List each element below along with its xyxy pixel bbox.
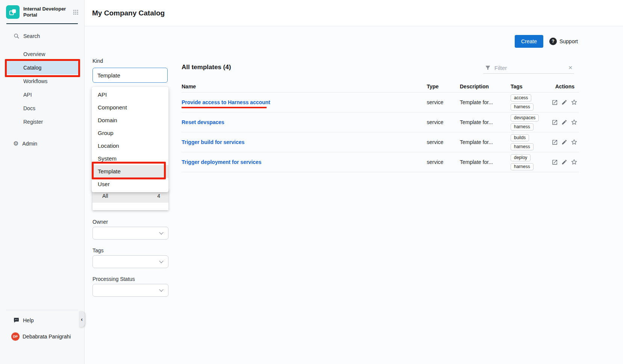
sidebar-search[interactable]: Search: [6, 30, 78, 42]
star-icon[interactable]: [571, 159, 578, 165]
kind-dropdown-menu: APIComponentDomainGroupLocationSystemTem…: [92, 87, 168, 192]
template-name-link[interactable]: Trigger build for services: [182, 139, 244, 145]
table-title: All templates (4): [182, 64, 231, 71]
tags-filter-label: Tags: [92, 247, 104, 253]
edit-icon[interactable]: [561, 139, 567, 145]
tags-select[interactable]: [92, 255, 168, 268]
brand: Internal Developer Portal: [0, 0, 84, 23]
template-name-link[interactable]: Provide access to Harness account: [182, 99, 270, 105]
star-icon[interactable]: [571, 99, 578, 106]
chevron-down-icon: [159, 287, 163, 291]
table-row: Provide access to Harness account servic…: [182, 93, 579, 112]
template-name-link[interactable]: Trigger deployment for services: [182, 159, 261, 165]
kind-filter-label: Kind: [92, 58, 103, 64]
kind-select-value: Template: [97, 72, 120, 79]
kind-option-location[interactable]: Location: [92, 140, 168, 152]
kind-count-label: All: [102, 193, 108, 199]
kind-option-template[interactable]: Template: [92, 165, 168, 178]
page-header: My Company Catalog: [85, 0, 623, 26]
kind-count-card: All 4: [92, 189, 168, 210]
tags-cell: deployharness: [511, 154, 552, 170]
idp-logo-icon: [6, 5, 20, 19]
kind-option-domain[interactable]: Domain: [92, 114, 168, 127]
open-in-new-icon[interactable]: [552, 159, 558, 165]
open-in-new-icon[interactable]: [552, 139, 558, 146]
description-cell: Template for...: [460, 99, 511, 105]
star-icon[interactable]: [571, 139, 578, 146]
sidebar-item-admin[interactable]: ⚙ Admin: [6, 138, 78, 150]
sidebar-collapse-handle[interactable]: ‹: [79, 311, 85, 327]
kind-option-group[interactable]: Group: [92, 127, 168, 140]
main-content: Create ? Support Kind Template All 4 API…: [85, 26, 623, 364]
edit-icon[interactable]: [561, 119, 567, 125]
table-row: Trigger build for services service Templ…: [182, 132, 579, 152]
edit-icon[interactable]: [561, 159, 567, 165]
sidebar: Internal Developer Portal Search Overvie…: [0, 0, 85, 364]
description-cell: Template for...: [460, 139, 511, 145]
name-cell: Trigger deployment for services: [182, 159, 427, 165]
sidebar-item-workflows[interactable]: Workflows: [6, 74, 78, 88]
support-button[interactable]: ? Support: [549, 38, 578, 45]
description-cell: Template for...: [460, 159, 511, 165]
kind-option-api[interactable]: API: [92, 88, 168, 101]
sidebar-item-catalog[interactable]: Catalog: [6, 61, 78, 74]
user-profile[interactable]: DP Debabrata Panigrahi: [0, 326, 84, 342]
gear-icon: ⚙: [13, 141, 18, 147]
apps-grid-icon[interactable]: [73, 9, 79, 15]
name-cell: Provide access to Harness account: [182, 99, 427, 106]
column-header-description[interactable]: Description: [460, 83, 511, 89]
sidebar-item-overview[interactable]: Overview: [6, 47, 78, 61]
open-in-new-icon[interactable]: [552, 119, 558, 126]
table-row: Reset devspaces service Template for... …: [182, 112, 579, 132]
chevron-down-icon: [159, 230, 163, 234]
table-filter-input[interactable]: Filter ✕: [483, 62, 574, 74]
sidebar-search-label: Search: [23, 33, 40, 39]
support-label: Support: [559, 38, 578, 44]
clear-filter-icon[interactable]: ✕: [568, 65, 573, 71]
kind-select[interactable]: Template: [92, 68, 168, 83]
column-header-name[interactable]: Name: [182, 83, 427, 89]
edit-icon[interactable]: [561, 99, 567, 105]
filter-placeholder: Filter: [494, 65, 565, 71]
table-row: Trigger deployment for services service …: [182, 152, 579, 172]
owner-select[interactable]: [92, 227, 168, 240]
tag-builds: builds: [511, 134, 529, 141]
tags-cell: buildsharness: [511, 134, 552, 150]
admin-label: Admin: [22, 141, 37, 147]
processing-status-select[interactable]: [92, 284, 168, 297]
kind-option-user[interactable]: User: [92, 178, 168, 191]
type-cell: service: [427, 159, 460, 165]
filter-funnel-icon: [485, 65, 491, 71]
tag-harness: harness: [511, 123, 534, 130]
type-cell: service: [427, 139, 460, 145]
brand-title: Internal Developer Portal: [23, 6, 69, 18]
tag-deploy: deploy: [511, 154, 531, 161]
column-header-type[interactable]: Type: [427, 83, 460, 89]
sidebar-item-docs[interactable]: Docs: [6, 102, 78, 115]
column-header-tags[interactable]: Tags: [511, 83, 552, 89]
tag-access: access: [511, 94, 531, 102]
sidebar-nav: OverviewCatalogWorkflowsAPIDocsRegister: [0, 47, 84, 129]
kind-option-system[interactable]: System: [92, 152, 168, 165]
avatar: DP: [11, 332, 20, 341]
kind-count-value: 4: [157, 193, 160, 199]
star-icon[interactable]: [571, 119, 578, 126]
help-button[interactable]: Help: [0, 314, 84, 326]
open-in-new-icon[interactable]: [552, 99, 558, 106]
actions-cell: [552, 99, 579, 106]
kind-option-component[interactable]: Component: [92, 101, 168, 114]
type-cell: service: [427, 99, 460, 105]
tag-harness: harness: [511, 143, 534, 150]
table-body: Provide access to Harness account servic…: [182, 93, 579, 172]
name-cell: Trigger build for services: [182, 139, 427, 146]
template-name-link[interactable]: Reset devspaces: [182, 119, 224, 125]
tags-cell: accessharness: [511, 94, 552, 111]
create-button[interactable]: Create: [515, 35, 543, 48]
sidebar-item-api[interactable]: API: [6, 88, 78, 102]
search-icon: [14, 33, 20, 39]
column-header-actions: Actions: [552, 83, 579, 89]
bottom-divider: [6, 310, 78, 310]
actions-cell: [552, 159, 579, 165]
sidebar-item-register[interactable]: Register: [6, 115, 78, 129]
name-cell: Reset devspaces: [182, 119, 427, 126]
